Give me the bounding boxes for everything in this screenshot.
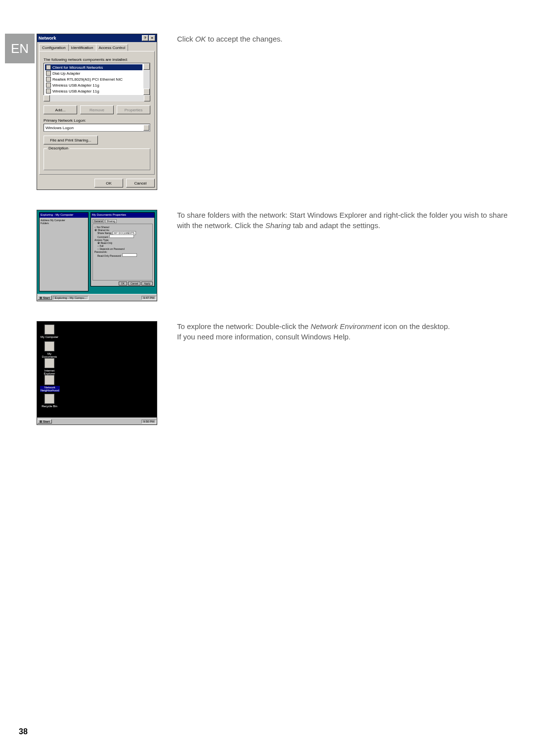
ok-button[interactable]: OK xyxy=(94,179,123,188)
add-button[interactable]: Add... xyxy=(44,105,77,114)
list-item[interactable]: Client for Microsoft Networks xyxy=(45,64,142,70)
scrollbar-vertical[interactable] xyxy=(143,63,150,95)
scroll-left-icon[interactable] xyxy=(44,95,50,101)
network-dialog: Network ? × Configuration Identification… xyxy=(37,34,157,190)
prop-cancel-button[interactable]: Cancel xyxy=(128,282,141,285)
cancel-button[interactable]: Cancel xyxy=(126,179,155,188)
tab-general[interactable]: General xyxy=(92,219,104,223)
scrollbar-horizontal[interactable] xyxy=(44,95,150,101)
desktop-icon-network[interactable]: Network Neighborhood xyxy=(40,375,59,392)
explorer-titlebar: Exploring - My Computer xyxy=(40,213,88,218)
page-number: 38 xyxy=(19,727,28,736)
scroll-down-icon[interactable] xyxy=(143,89,150,95)
dialog-tabs: Configuration Identification Access Cont… xyxy=(37,42,157,51)
instruction-key: Sharing xyxy=(265,221,291,230)
taskbar: ⊞Start Exploring - My Compu... 9:47 PM xyxy=(37,294,157,301)
windows-icon: ⊞ xyxy=(40,420,42,423)
properties-titlebar: My Documents Properties xyxy=(91,213,154,218)
tab-panel: The following network components are ins… xyxy=(39,51,155,175)
ie-icon xyxy=(44,358,54,368)
comment-input[interactable] xyxy=(109,235,134,238)
instruction-text: tab and adapt the settings. xyxy=(291,221,380,230)
list-item[interactable]: Dial-Up Adapter xyxy=(45,70,142,76)
page-content: Network ? × Configuration Identification… xyxy=(37,34,514,445)
tab-access-control[interactable]: Access Control xyxy=(96,44,129,51)
prop-apply-button[interactable]: Apply xyxy=(141,282,153,285)
section-1: Network ? × Configuration Identification… xyxy=(37,34,514,190)
desktop-icon-recycle[interactable]: Recycle Bin xyxy=(40,394,59,408)
list-item[interactable]: Wireless USB Adapter 11g xyxy=(45,88,142,94)
desktop-icon-ie[interactable]: Internet Explorer xyxy=(40,358,59,375)
list-item[interactable]: Wireless USB Adapter 11g xyxy=(45,82,142,88)
instruction-text: If you need more information, consult Wi… xyxy=(177,331,514,342)
prop-ok-button[interactable]: OK xyxy=(119,282,127,285)
instruction-key: Network Environment xyxy=(311,322,381,331)
scroll-right-icon[interactable] xyxy=(144,95,150,101)
properties-dialog: My Documents Properties General Sharing … xyxy=(90,212,155,286)
description-fieldset: Description xyxy=(44,148,150,170)
readonly-pw-label: Read-Only Password: xyxy=(97,254,122,257)
windows-icon: ⊞ xyxy=(40,296,42,299)
taskbar-item[interactable]: Exploring - My Compu... xyxy=(53,296,89,300)
adapter-icon xyxy=(46,77,51,82)
remove-button[interactable]: Remove xyxy=(80,105,114,114)
primary-logon-select[interactable]: Windows Logon xyxy=(44,124,150,132)
network-icon xyxy=(44,375,54,385)
language-tab: EN xyxy=(5,34,35,63)
desktop-screenshot: My Computer My Documents Internet Explor… xyxy=(37,321,157,425)
desktop-icon-my-computer[interactable]: My Computer xyxy=(40,325,59,338)
primary-logon-label: Primary Network Logon: xyxy=(44,118,150,123)
list-item[interactable]: Realtek RTL8029(AS) PCI Ethernet NIC xyxy=(45,76,142,82)
start-button[interactable]: ⊞Start xyxy=(38,295,52,300)
section-2: Exploring - My Computer Address My Compu… xyxy=(37,210,514,301)
close-icon[interactable]: × xyxy=(149,35,155,41)
tab-sharing[interactable]: Sharing xyxy=(105,219,117,223)
explorer-window: Exploring - My Computer Address My Compu… xyxy=(39,212,89,291)
components-listbox[interactable]: Client for Microsoft Networks Dial-Up Ad… xyxy=(44,63,150,95)
help-icon[interactable]: ? xyxy=(142,35,148,41)
dialog-titlebar: Network ? × xyxy=(37,34,157,42)
instruction-key: OK xyxy=(195,35,206,43)
adapter-icon xyxy=(46,83,51,88)
scroll-track[interactable] xyxy=(50,95,144,101)
components-label: The following network components are ins… xyxy=(44,57,150,62)
system-tray[interactable]: 9:47 PM xyxy=(141,296,156,300)
instruction-text: icon on the desktop. xyxy=(382,322,450,331)
instruction-text: To explore the network: Double-click the xyxy=(177,322,311,331)
scroll-track[interactable] xyxy=(143,70,150,89)
properties-button[interactable]: Properties xyxy=(117,105,150,114)
system-tray[interactable]: 9:50 PM xyxy=(141,420,156,424)
tab-configuration[interactable]: Configuration xyxy=(39,44,69,51)
tab-identification[interactable]: Identification xyxy=(68,44,96,51)
desktop-icon-my-documents[interactable]: My Documents xyxy=(40,341,59,358)
dialog-title: Network xyxy=(39,36,56,41)
explorer-screenshot: Exploring - My Computer Address My Compu… xyxy=(37,210,157,301)
instruction-text: to accept the changes. xyxy=(206,35,282,43)
scroll-up-icon[interactable] xyxy=(143,63,150,70)
folders-label: Folders xyxy=(41,222,87,225)
instruction-text: Click xyxy=(177,35,195,43)
description-legend: Description xyxy=(47,146,70,150)
computer-icon xyxy=(44,325,54,334)
start-button[interactable]: ⊞Start xyxy=(38,419,52,424)
chevron-down-icon[interactable] xyxy=(143,125,149,131)
readonly-pw-input[interactable] xyxy=(122,253,137,257)
section-3: My Computer My Documents Internet Explor… xyxy=(37,321,514,425)
file-print-sharing-button[interactable]: File and Print Sharing... xyxy=(44,136,98,144)
recycle-icon xyxy=(44,394,54,404)
desktop-taskbar: ⊞Start 9:50 PM xyxy=(37,418,157,425)
adapter-icon xyxy=(46,71,51,76)
adapter-icon xyxy=(46,89,51,94)
folder-icon xyxy=(44,341,54,351)
client-icon xyxy=(46,65,51,70)
